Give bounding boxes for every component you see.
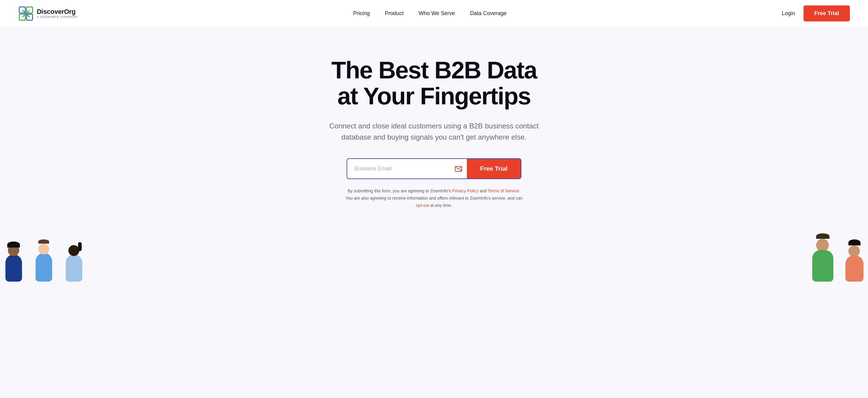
logo-text: DiscoverOrg A ZOOMINFO COMPANY bbox=[37, 8, 78, 19]
hero-section: The Best B2B Data at Your Fingertips Con… bbox=[0, 27, 868, 227]
character-2 bbox=[30, 239, 57, 282]
nav-link-pricing[interactable]: Pricing bbox=[353, 10, 370, 17]
hero-title: The Best B2B Data at Your Fingertips bbox=[331, 57, 537, 110]
free-trial-nav-button[interactable]: Free Trial bbox=[804, 5, 850, 22]
right-characters bbox=[808, 233, 868, 282]
logo-name: DiscoverOrg bbox=[37, 8, 78, 16]
email-icon bbox=[450, 159, 467, 179]
character-3 bbox=[60, 239, 87, 282]
navbar: DiscoverOrg A ZOOMINFO COMPANY Pricing P… bbox=[0, 0, 868, 27]
nav-link-product[interactable]: Product bbox=[385, 10, 404, 17]
left-characters bbox=[0, 239, 87, 282]
character-5 bbox=[841, 239, 868, 282]
nav-link-data-coverage[interactable]: Data Coverage bbox=[470, 10, 507, 17]
characters-row bbox=[0, 233, 868, 282]
logo-sub: A ZOOMINFO COMPANY bbox=[37, 16, 78, 19]
login-link[interactable]: Login bbox=[782, 10, 795, 17]
email-input[interactable] bbox=[347, 159, 450, 179]
email-form: Free Trial bbox=[347, 158, 521, 179]
disclaimer-text: By submitting this form, you are agreein… bbox=[344, 188, 524, 209]
terms-link[interactable]: Terms of Service. bbox=[488, 188, 520, 193]
nav-actions: Login Free Trial bbox=[782, 5, 850, 22]
privacy-policy-link[interactable]: Privacy Policy bbox=[452, 188, 478, 193]
hero-subtitle: Connect and close ideal customers using … bbox=[316, 120, 552, 143]
nav-links: Pricing Product Who We Serve Data Covera… bbox=[353, 10, 507, 17]
nav-link-who-we-serve[interactable]: Who We Serve bbox=[418, 10, 455, 17]
character-4 bbox=[808, 233, 838, 282]
logo-icon bbox=[18, 6, 34, 22]
logo[interactable]: DiscoverOrg A ZOOMINFO COMPANY bbox=[18, 6, 78, 22]
opt-out-link[interactable]: opt-out bbox=[416, 203, 429, 208]
character-1 bbox=[0, 239, 27, 282]
free-trial-form-button[interactable]: Free Trial bbox=[467, 159, 521, 179]
